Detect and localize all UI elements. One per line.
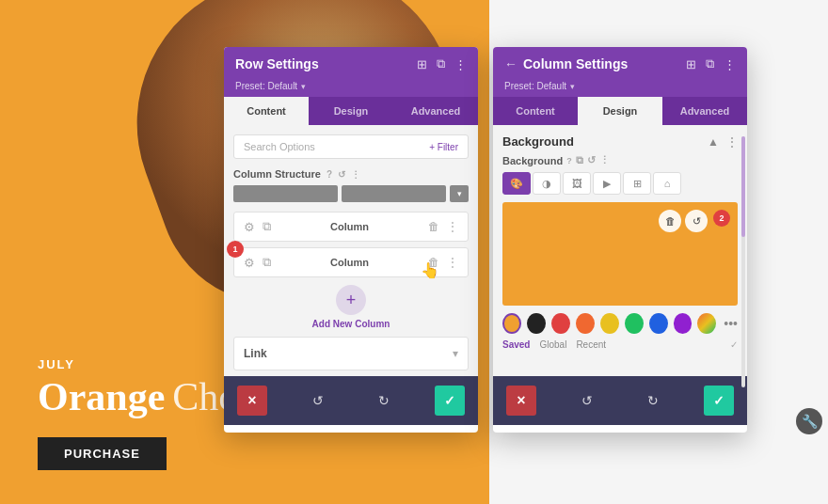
row-settings-header-icons: ⊞ ⧉ ⋮ bbox=[417, 56, 467, 71]
row-settings-panel: Row Settings ⊞ ⧉ ⋮ Preset: Default ▾ Con… bbox=[224, 47, 478, 433]
row-preset-chevron: ▾ bbox=[301, 82, 306, 91]
copy-icon-col1[interactable]: ⧉ bbox=[263, 219, 271, 234]
swatch-red[interactable] bbox=[551, 313, 570, 334]
tab-advanced[interactable]: Advanced bbox=[393, 97, 478, 125]
bg-undo-icon[interactable]: ↺ bbox=[587, 154, 596, 166]
column-structure-label: Column Structure bbox=[233, 168, 321, 180]
more-options-icon[interactable]: ⋮ bbox=[351, 169, 360, 180]
columns-icon[interactable]: ⧉ bbox=[437, 56, 445, 71]
search-placeholder: Search Options bbox=[244, 141, 315, 152]
col-columns-icon[interactable]: ⧉ bbox=[706, 56, 714, 71]
col-settings-footer: × ↺ ↻ ✓ bbox=[493, 376, 747, 425]
filter-button[interactable]: + Filter bbox=[429, 142, 458, 152]
swatch-gradient[interactable] bbox=[697, 313, 716, 334]
col-preview-bar-2 bbox=[342, 185, 446, 202]
bg-sub-label-text: Background bbox=[502, 155, 563, 166]
bg-sub-more-icon[interactable]: ⋮ bbox=[599, 154, 610, 166]
bg-sub-header: Background ? ⧉ ↺ ⋮ bbox=[502, 154, 738, 166]
row-settings-header: Row Settings ⊞ ⧉ ⋮ bbox=[224, 47, 478, 79]
link-section[interactable]: Link ▾ bbox=[233, 337, 469, 370]
fullscreen-icon[interactable]: ⊞ bbox=[417, 57, 427, 71]
bg-more-icon[interactable]: ⋮ bbox=[726, 135, 738, 149]
bg-sub-label: Background ? ⧉ ↺ ⋮ bbox=[502, 154, 610, 166]
settings-icon-col2[interactable]: ⚙ bbox=[244, 256, 255, 270]
back-arrow-icon[interactable]: ← bbox=[504, 56, 518, 71]
more-icon-col1[interactable]: ⋮ bbox=[447, 220, 458, 233]
bg-type-pattern[interactable]: ⊞ bbox=[623, 172, 651, 195]
trash-icon-col1[interactable]: 🗑 bbox=[428, 220, 439, 233]
col-tab-design[interactable]: Design bbox=[578, 97, 662, 125]
delete-color-icon[interactable]: 🗑 bbox=[659, 210, 681, 232]
link-label: Link bbox=[244, 347, 267, 360]
swatch-purple[interactable] bbox=[674, 313, 693, 334]
swatch-more-dots[interactable]: ••• bbox=[724, 316, 738, 331]
add-col-label: Add New Column bbox=[312, 319, 390, 329]
col-preset-label: Preset: Default bbox=[504, 81, 566, 91]
bg-section-controls: ▲ ⋮ bbox=[708, 135, 738, 149]
col-close-footer-button[interactable]: × bbox=[506, 386, 536, 416]
swatch-orange2[interactable] bbox=[576, 313, 595, 334]
trash-icon-col2[interactable]: 🗑 bbox=[428, 256, 439, 269]
col-settings-body: Background ▲ ⋮ Background ? ⧉ ↺ ⋮ 🎨 ◑ 🖼 … bbox=[493, 125, 747, 376]
wrench-badge[interactable]: 🔧 bbox=[796, 408, 822, 434]
swatch-green[interactable] bbox=[625, 313, 644, 334]
recent-tab[interactable]: Recent bbox=[576, 339, 606, 350]
col-settings-header-icons: ⊞ ⧉ ⋮ bbox=[686, 56, 736, 71]
column-1-label: Column bbox=[271, 221, 428, 232]
undo-icon[interactable]: ↺ bbox=[338, 169, 345, 180]
row-settings-footer: × ↺ ↻ ✓ bbox=[224, 376, 478, 425]
bg-type-gradient[interactable]: ◑ bbox=[533, 172, 561, 195]
column-row-1: ⚙ ⧉ Column 🗑 ⋮ bbox=[233, 212, 469, 242]
col-more-icon[interactable]: ⋮ bbox=[724, 57, 736, 71]
tab-content[interactable]: Content bbox=[224, 97, 309, 125]
col-undo-footer-button[interactable]: ↺ bbox=[572, 386, 602, 416]
bg-collapse-icon[interactable]: ▲ bbox=[708, 135, 719, 149]
bg-type-icons: 🎨 ◑ 🖼 ▶ ⊞ ⌂ bbox=[502, 172, 738, 195]
swatch-black[interactable] bbox=[527, 313, 546, 334]
reset-color-icon[interactable]: ↺ bbox=[685, 210, 708, 232]
col-fullscreen-icon[interactable]: ⊞ bbox=[686, 57, 696, 71]
tab-design[interactable]: Design bbox=[309, 97, 393, 125]
redo-footer-button[interactable]: ↻ bbox=[369, 386, 399, 416]
bg-type-color[interactable]: 🎨 bbox=[502, 172, 531, 195]
bg-type-image[interactable]: 🖼 bbox=[563, 172, 591, 195]
bg-type-map[interactable]: ⌂ bbox=[653, 172, 681, 195]
col-confirm-footer-button[interactable]: ✓ bbox=[704, 386, 734, 416]
col-tab-content[interactable]: Content bbox=[493, 97, 578, 125]
col-preview-select[interactable]: ▾ bbox=[450, 185, 469, 202]
col-tab-advanced[interactable]: Advanced bbox=[662, 97, 747, 125]
badge-2: 2 bbox=[713, 210, 730, 227]
copy-icon-col2[interactable]: ⧉ bbox=[263, 255, 271, 270]
column-row-1-right: 🗑 ⋮ bbox=[428, 220, 458, 233]
july-label: JULY bbox=[38, 357, 75, 371]
global-tab[interactable]: Global bbox=[539, 339, 566, 350]
col-settings-tabs: Content Design Advanced bbox=[493, 97, 747, 125]
purchase-button[interactable]: PURCHASE bbox=[38, 437, 167, 470]
bg-section-header: Background ▲ ⋮ bbox=[502, 134, 738, 149]
row-settings-body: Search Options + Filter Column Structure… bbox=[224, 125, 478, 376]
column-row-2: 1 ⚙ ⧉ Column 🗑 ⋮ 👆 bbox=[233, 247, 469, 277]
more-icon-col2[interactable]: ⋮ bbox=[447, 256, 458, 269]
confirm-footer-button[interactable]: ✓ bbox=[435, 386, 465, 416]
swatch-orange[interactable] bbox=[502, 313, 521, 334]
bg-copy-icon[interactable]: ⧉ bbox=[576, 154, 583, 166]
col-settings-panel: ← Column Settings ⊞ ⧉ ⋮ Preset: Default … bbox=[493, 47, 747, 433]
row-settings-title: Row Settings bbox=[235, 56, 319, 71]
saved-tab[interactable]: Saved bbox=[502, 339, 530, 350]
add-new-column-button[interactable]: + Add New Column bbox=[233, 285, 469, 329]
bg-type-video[interactable]: ▶ bbox=[593, 172, 621, 195]
swatch-yellow[interactable] bbox=[600, 313, 619, 334]
bg-section-title: Background bbox=[502, 134, 574, 149]
col-redo-footer-button[interactable]: ↻ bbox=[638, 386, 668, 416]
close-footer-button[interactable]: × bbox=[237, 386, 267, 416]
undo-footer-button[interactable]: ↺ bbox=[303, 386, 333, 416]
col-preview-bar-1 bbox=[233, 185, 338, 202]
bg-question-icon[interactable]: ? bbox=[566, 156, 572, 165]
column-row-2-left: ⚙ ⧉ bbox=[244, 255, 271, 270]
column-row-1-left: ⚙ ⧉ bbox=[244, 219, 271, 234]
swatch-blue[interactable] bbox=[649, 313, 668, 334]
question-icon[interactable]: ? bbox=[326, 169, 332, 180]
settings-icon-col1[interactable]: ⚙ bbox=[244, 220, 255, 234]
color-preview-area[interactable]: 2 🗑 ↺ bbox=[502, 202, 738, 306]
more-icon[interactable]: ⋮ bbox=[454, 57, 467, 71]
